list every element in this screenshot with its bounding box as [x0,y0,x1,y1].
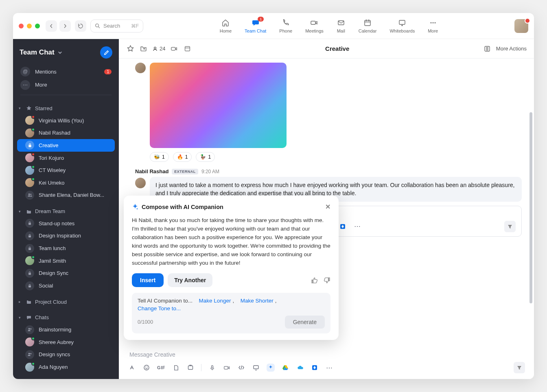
move-to-folder-icon[interactable] [139,45,147,53]
tab-meetings[interactable]: Meetings [305,18,324,33]
tab-home[interactable]: Home [220,18,232,33]
gif-icon[interactable]: GIF [157,364,165,372]
composer-toolbar: GIF ⋯ [128,362,525,373]
ai-popup-title: Compose with AI Companion [142,204,223,210]
more-actions-button[interactable]: More Actions [496,46,527,52]
section-header-project-cloud[interactable]: ▸ Project Cloud [17,296,115,308]
forward-button[interactable] [59,20,71,32]
sidebar-channel-item[interactable]: Design Inspiration [17,230,115,242]
lock-icon [25,219,34,228]
chevron-down-icon[interactable] [58,50,62,55]
app-integration-icon[interactable] [339,222,347,231]
tab-team-chat[interactable]: Team Chat 1 [245,18,266,33]
try-another-button[interactable]: Try Another [168,273,212,287]
screen-icon[interactable] [252,364,260,372]
sidebar-channel-item[interactable]: Team lunch [17,242,115,255]
sidebar-item-mentions[interactable]: @ Mentions 1 [17,65,115,78]
reaction-chip[interactable]: 🐝1 [150,152,169,162]
tab-phone[interactable]: Phone [279,18,292,33]
compose-button[interactable] [100,46,112,59]
tab-more[interactable]: More [428,18,438,33]
sidebar-channel-item[interactable]: Social [17,279,115,292]
google-drive-icon[interactable] [281,364,289,372]
svg-rect-11 [28,223,31,225]
svg-rect-2 [338,21,344,25]
sidebar-chat-item[interactable]: Sheree Aubrey [17,336,115,348]
maximize-window-button[interactable] [35,24,40,28]
send-filter-icon[interactable] [504,221,516,232]
thumbs-up-icon[interactable] [311,277,318,284]
minimize-window-button[interactable] [27,24,32,28]
scrollbar[interactable] [529,112,532,303]
ai-prompt-label: Tell AI Companion to... [138,298,193,304]
sidebar-starred-item[interactable]: Shante Elena, Daniel Bow... [17,189,115,202]
svg-point-32 [137,208,138,209]
back-button[interactable] [46,20,57,32]
audio-icon[interactable] [208,364,216,372]
history-button[interactable] [75,20,86,32]
sidebar-starred-item[interactable]: Nabil Rashad [17,126,115,139]
svg-rect-12 [28,235,31,237]
record-video-icon[interactable] [223,364,231,372]
member-count[interactable]: 24 [152,46,165,52]
group-icon [25,191,34,200]
profile-avatar[interactable] [514,19,528,33]
sidebar-chat-item[interactable]: Design syncs [17,348,115,361]
image-attachment[interactable] [150,63,287,148]
reaction-chip[interactable]: 🦆1 [196,152,215,162]
sidebar-channel-item[interactable]: Stand-up notes [17,217,115,230]
thumbs-down-icon[interactable] [324,277,330,284]
app-integration-icon[interactable] [311,364,319,372]
sparkle-icon [132,204,138,210]
lock-icon [25,281,34,290]
folder-icon [26,209,32,214]
send-filter-icon[interactable] [514,362,525,373]
sidebar-chat-item[interactable]: Ada Nguyen [17,361,115,373]
video-call-icon[interactable] [170,45,178,53]
tab-calendar[interactable]: Calendar [359,18,377,33]
sidebar-starred-item[interactable]: Kei Umeko [17,176,115,189]
make-shorter-link[interactable]: Make Shorter [241,298,274,304]
code-icon[interactable] [237,364,245,372]
more-tools-icon[interactable]: ⋯ [325,364,333,372]
tab-whiteboards[interactable]: Whiteboards [389,18,415,33]
sidebar-starred-item[interactable]: CT Wiseley [17,164,115,176]
format-icon[interactable] [128,364,136,372]
svg-rect-15 [28,285,31,287]
make-longer-link[interactable]: Make Longer [199,298,231,304]
mail-icon [337,18,346,27]
search-icon [95,23,100,28]
screenshot-icon[interactable] [186,364,195,372]
emoji-icon[interactable] [142,364,151,372]
search-input[interactable]: Search ⌘F [90,20,143,33]
tab-mail[interactable]: Mail [337,18,346,33]
generate-button[interactable]: Generate [285,316,325,329]
sidebar-starred-item-creative[interactable]: Creative [17,139,115,152]
svg-rect-14 [28,273,31,275]
insert-button[interactable]: Insert [132,273,164,287]
section-header-dream-team[interactable]: ▾ Dream Team [17,205,115,217]
sidebar-starred-item[interactable]: Virginia Willis (You) [17,114,115,127]
list-icon[interactable] [483,45,491,53]
sidebar-chat-item[interactable]: Brainstorming [17,323,115,336]
ai-icon[interactable] [267,364,275,372]
reaction-chip[interactable]: 🔥1 [173,152,192,162]
sidebar-starred-item[interactable]: Tori Kojuro [17,152,115,164]
section-header-starred[interactable]: ▾ Starred [17,102,115,114]
at-icon: @ [20,67,30,76]
sidebar: Team Chat @ Mentions 1 ⋯ More ▾ Starred … [13,39,119,379]
close-window-button[interactable] [19,24,24,28]
change-tone-link[interactable]: Change Tone to... [138,305,181,311]
sidebar-channel-item[interactable]: Jamil Smith [17,255,115,267]
section-header-chats[interactable]: ▾ Chats [17,312,115,324]
close-icon[interactable]: ✕ [325,203,330,211]
file-icon[interactable] [172,364,180,372]
more-tools-icon[interactable]: ⋯ [353,222,361,231]
composer[interactable]: Message Creative GIF ⋯ [119,346,534,379]
sidebar-item-more[interactable]: ⋯ More [17,78,115,92]
sidebar-channel-item[interactable]: Design Sync [17,267,115,280]
calendar-header-icon[interactable] [183,45,191,53]
star-outline-icon[interactable] [126,45,134,53]
onedrive-icon[interactable] [296,364,304,372]
svg-rect-21 [171,47,175,50]
